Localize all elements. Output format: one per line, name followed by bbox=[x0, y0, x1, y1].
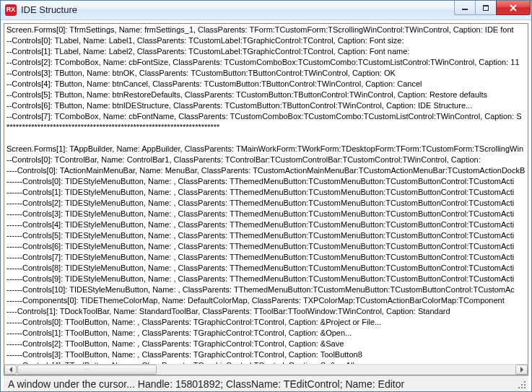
memo-line[interactable]: ------Controls[0]: TIDEStyleMenuButton, … bbox=[6, 176, 526, 187]
horizontal-scrollbar[interactable]: ··· bbox=[4, 364, 528, 375]
memo-line[interactable]: Screen.Forms[1]: TAppBuilder, Name: AppB… bbox=[6, 144, 526, 154]
statusbar: A window under the cursor... Handle: 158… bbox=[4, 375, 528, 391]
chevron-right-icon bbox=[520, 367, 524, 373]
memo-line[interactable]: --Controls[7]: TComboBox, Name: cbFontNa… bbox=[6, 111, 526, 122]
memo-line[interactable]: ------Controls[5]: TIDEStyleMenuButton, … bbox=[6, 230, 526, 241]
memo-container: Screen.Forms[0]: TfrmSettings, Name: frm… bbox=[4, 23, 528, 375]
memo-line[interactable]: ------Controls[2]: TIDEStyleMenuButton, … bbox=[6, 198, 526, 209]
app-icon: RX bbox=[5, 4, 17, 16]
chevron-left-icon bbox=[9, 367, 13, 373]
memo-line[interactable]: ------Controls[8]: TIDEStyleMenuButton, … bbox=[6, 263, 526, 274]
memo-line[interactable]: ----Controls[1]: TDockToolBar, Name: Sta… bbox=[6, 306, 526, 317]
memo-line[interactable]: ****************************************… bbox=[6, 122, 526, 133]
close-icon bbox=[509, 4, 518, 12]
memo-line[interactable]: --Controls[1]: TLabel, Name: Label2, Cla… bbox=[6, 46, 526, 57]
svg-rect-7 bbox=[521, 387, 523, 388]
memo-line[interactable]: ------Controls[2]: TToolButton, Name: , … bbox=[6, 339, 526, 349]
app-icon-text: RX bbox=[6, 6, 16, 13]
memo-line[interactable]: ------Controls[7]: TIDEStyleMenuButton, … bbox=[6, 252, 526, 263]
scroll-thumb[interactable]: ··· bbox=[17, 365, 157, 375]
memo-text[interactable]: Screen.Forms[0]: TfrmSettings, Name: frm… bbox=[4, 24, 528, 364]
statusbar-text: A window under the cursor... Handle: 158… bbox=[8, 378, 404, 390]
memo-line[interactable]: ------Controls[6]: TIDEStyleMenuButton, … bbox=[6, 241, 526, 252]
scroll-right-button[interactable] bbox=[515, 365, 528, 375]
memo-line[interactable]: ------Controls[1]: TToolButton, Name: , … bbox=[6, 328, 526, 339]
minimize-button[interactable] bbox=[454, 1, 476, 15]
svg-rect-6 bbox=[518, 387, 520, 388]
memo-line[interactable]: ------Controls[1]: TIDEStyleMenuButton, … bbox=[6, 187, 526, 198]
resize-grip-icon bbox=[517, 380, 527, 390]
window-buttons bbox=[455, 1, 531, 15]
memo-line[interactable]: ------Controls[10]: TIDEStyleMenuButton,… bbox=[6, 284, 526, 295]
scroll-left-button[interactable] bbox=[4, 365, 17, 375]
memo-line[interactable]: --Controls[2]: TComboBox, Name: cbFontSi… bbox=[6, 57, 526, 68]
memo-line[interactable]: --Controls[5]: TButton, Name: btnRestore… bbox=[6, 90, 526, 100]
svg-rect-0 bbox=[462, 9, 468, 10]
svg-rect-5 bbox=[524, 384, 526, 386]
memo-line[interactable]: ------Components[0]: TIDEThemeColorMap, … bbox=[6, 295, 526, 306]
titlebar[interactable]: RX IDE Structure bbox=[1, 1, 531, 20]
window-frame: RX IDE Structure Screen.Forms[0]: TfrmSe… bbox=[0, 0, 532, 392]
memo-line[interactable] bbox=[6, 133, 526, 144]
svg-rect-3 bbox=[524, 381, 526, 383]
memo-line[interactable]: --Controls[0]: TLabel, Name: Label1, Cla… bbox=[6, 35, 526, 46]
memo-line[interactable]: ------Controls[3]: TToolButton, Name: , … bbox=[6, 349, 526, 360]
client-area: Screen.Forms[0]: TfrmSettings, Name: frm… bbox=[1, 20, 531, 391]
scroll-track[interactable]: ··· bbox=[17, 365, 515, 375]
window-title: IDE Structure bbox=[21, 4, 77, 15]
svg-rect-8 bbox=[524, 387, 526, 388]
memo-line[interactable]: --Controls[4]: TButton, Name: btnCancel,… bbox=[6, 79, 526, 90]
svg-rect-4 bbox=[521, 384, 523, 386]
memo-line[interactable]: ------Controls[9]: TIDEStyleMenuButton, … bbox=[6, 274, 526, 284]
maximize-icon bbox=[482, 5, 489, 11]
memo-line[interactable]: --Controls[0]: TControlBar, Name: Contro… bbox=[6, 154, 526, 165]
svg-rect-2 bbox=[483, 5, 489, 6]
minimize-icon bbox=[461, 5, 468, 11]
memo-line[interactable]: --Controls[3]: TButton, Name: btnOK, Cla… bbox=[6, 68, 526, 79]
memo-line[interactable]: ----Controls[0]: TActionMainMenuBar, Nam… bbox=[6, 165, 526, 176]
memo-line[interactable]: Screen.Forms[0]: TfrmSettings, Name: frm… bbox=[6, 25, 526, 35]
memo-line[interactable]: ------Controls[0]: TToolButton, Name: , … bbox=[6, 317, 526, 328]
maximize-button[interactable] bbox=[475, 1, 497, 15]
memo-line[interactable]: ------Controls[4]: TIDEStyleMenuButton, … bbox=[6, 219, 526, 230]
resize-grip[interactable] bbox=[517, 380, 527, 390]
memo-line[interactable]: ------Controls[3]: TIDEStyleMenuButton, … bbox=[6, 209, 526, 219]
close-button[interactable] bbox=[496, 1, 531, 15]
memo-line[interactable]: --Controls[6]: TButton, Name: btnIDEStru… bbox=[6, 100, 526, 111]
